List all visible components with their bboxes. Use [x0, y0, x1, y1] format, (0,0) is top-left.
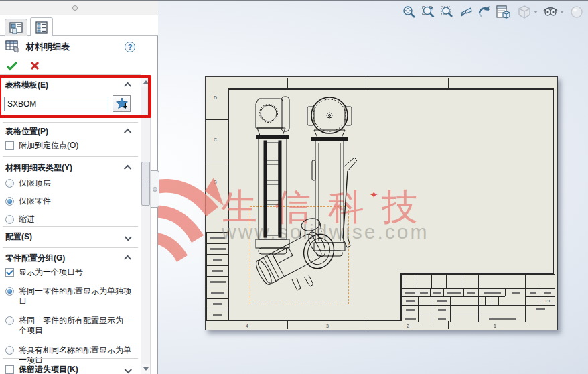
- section-header-part-grouping[interactable]: 零件配置分组(G): [0, 251, 141, 265]
- zone-letter: C: [214, 137, 217, 142]
- bom-type-option-indented[interactable]: 缩进: [0, 212, 141, 227]
- scrollbar-thumb[interactable]: [141, 162, 150, 206]
- section-header-keep-missing-items[interactable]: 保留遗失项目(K): [0, 362, 141, 374]
- section-header-bom-type[interactable]: 材料明细表类型(Y): [0, 160, 141, 175]
- attach-to-anchor-option[interactable]: 附加到定位点(O): [0, 139, 141, 153]
- appearance-icon[interactable]: [568, 3, 585, 21]
- panel-splitter-handle[interactable]: [151, 170, 159, 208]
- option-label: 附加到定位点(O): [19, 141, 78, 151]
- panel-collapse-handle[interactable]: [72, 5, 78, 11]
- zone-number: 3: [326, 324, 329, 328]
- scroll-down-button[interactable]: [141, 364, 150, 374]
- display-style-caret[interactable]: [534, 11, 538, 13]
- section-header-configurations[interactable]: 配置(S): [0, 229, 141, 244]
- grouping-option-separate-items[interactable]: 将同一零件的配置显示为单独项目: [0, 284, 141, 308]
- zone-letter: D: [214, 95, 217, 100]
- panel-title: 材料明细表: [26, 41, 120, 53]
- ok-icon[interactable]: [6, 61, 18, 71]
- zoom-to-fit-icon[interactable]: [400, 3, 418, 21]
- option-label: 显示为一个项目号: [19, 267, 83, 277]
- section-title: 配置(S): [5, 231, 126, 243]
- section-title: 表格位置(P): [5, 126, 126, 137]
- zone-number: 2: [407, 324, 409, 328]
- section-title: 零件配置分组(G): [5, 253, 126, 264]
- hide-show-caret[interactable]: [560, 11, 564, 13]
- panel-scrollbar[interactable]: [141, 76, 151, 374]
- option-label: 将同一零件的配置显示为单独项目: [19, 286, 135, 306]
- zone-number: 1: [494, 324, 496, 328]
- 3d-drawing-view-icon[interactable]: [494, 3, 512, 21]
- highlight-annotation: [0, 75, 151, 118]
- display-as-one-item-option[interactable]: 显示为一个项目号: [0, 265, 141, 279]
- checkbox-checked[interactable]: [5, 268, 14, 277]
- option-label: 仅限零件: [19, 196, 51, 206]
- drawing-view-isometric[interactable]: [253, 210, 347, 298]
- section-title: 材料明细表类型(Y): [5, 162, 126, 174]
- checkbox-unchecked[interactable]: [5, 365, 14, 374]
- watermark-sparkle: ✦: [370, 189, 378, 201]
- bom-type-option-parts-only[interactable]: 仅限零件: [0, 194, 141, 208]
- zoom-to-selection-icon[interactable]: [438, 3, 455, 21]
- panel-tabs: [0, 15, 158, 36]
- checkbox-unchecked[interactable]: [5, 141, 14, 150]
- tab-property-manager[interactable]: [5, 19, 27, 36]
- previous-view-icon[interactable]: [457, 3, 474, 21]
- option-label: 缩进: [19, 214, 35, 225]
- zoom-to-area-icon[interactable]: [419, 3, 437, 21]
- hide-show-items-icon[interactable]: [542, 3, 559, 21]
- section-header-table-position[interactable]: 表格位置(P): [0, 124, 141, 139]
- scale-value: 1:1: [540, 296, 555, 305]
- radio-unselected[interactable]: [5, 215, 14, 224]
- panel-top-strip: [0, 1, 158, 15]
- zone-number: 4: [246, 324, 248, 328]
- rotate-view-icon[interactable]: [475, 3, 493, 21]
- cancel-icon[interactable]: [30, 61, 40, 70]
- display-style-icon[interactable]: [516, 3, 533, 21]
- radio-selected[interactable]: [5, 287, 14, 296]
- option-label: 仅限顶层: [19, 178, 51, 188]
- radio-unselected[interactable]: [5, 346, 14, 355]
- help-icon[interactable]: ?: [125, 42, 135, 52]
- grouping-option-one-item[interactable]: 将同一零件的所有配置显示为一个项目: [0, 314, 141, 338]
- radio-unselected[interactable]: [5, 316, 14, 325]
- bom-table-icon: [5, 40, 21, 54]
- section-title: 保留遗失项目(K): [19, 364, 126, 374]
- tab-configuration-manager[interactable]: [30, 17, 53, 36]
- watermark-logo: [149, 176, 224, 265]
- radio-unselected[interactable]: [5, 179, 14, 188]
- view-toolbar: [400, 3, 585, 21]
- option-label: 将同一零件的所有配置显示为一个项目: [19, 316, 135, 336]
- property-manager-panel: 材料明细表 ? 表格模板(E) 表格位置(P) 附加到定位点(O): [0, 1, 158, 374]
- radio-selected[interactable]: [5, 197, 14, 206]
- title-block: 1:1: [400, 273, 554, 321]
- bom-type-option-top-level[interactable]: 仅限顶层: [0, 176, 141, 190]
